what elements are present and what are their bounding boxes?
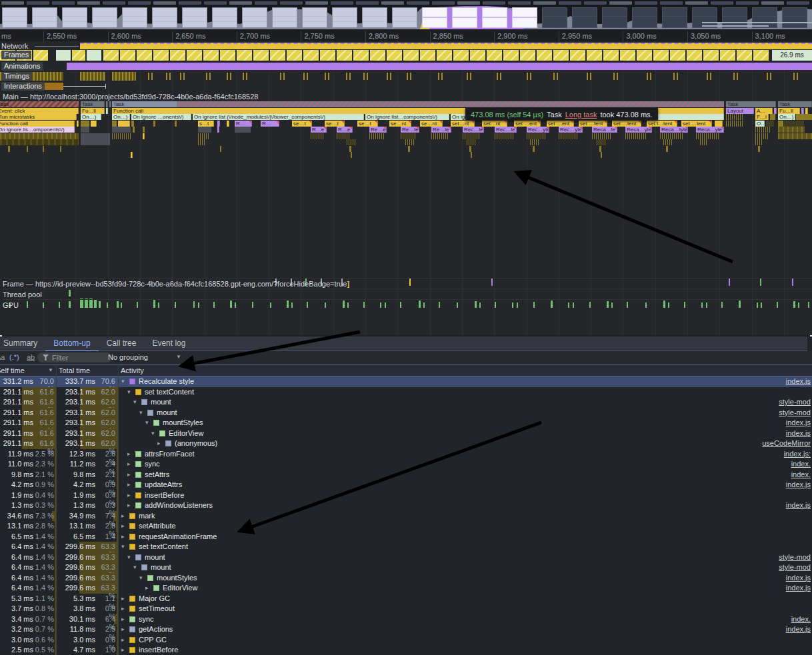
flame-block[interactable] (198, 139, 205, 145)
flame-block[interactable]: Task (0, 101, 79, 107)
frame-block[interactable] (503, 50, 519, 61)
flame-block[interactable] (198, 127, 211, 133)
expand-arrow-icon[interactable]: ▸ (127, 460, 131, 467)
flame-block[interactable]: On ignore lis…omponents\/) (0, 127, 75, 133)
collapse-arrow-icon[interactable]: ▾ (133, 564, 137, 570)
frame-track-label[interactable]: Frame — https://id-preview--bd53fd9d-728… (3, 278, 812, 288)
filmstrip-frame[interactable] (302, 7, 327, 28)
flame-block[interactable] (467, 139, 476, 145)
flame-block[interactable] (153, 121, 155, 127)
table-row[interactable]: 291.1 ms61.6 %293.1 ms62.0 %▾EditorViewi… (0, 428, 812, 439)
flame-block[interactable] (81, 127, 89, 133)
flame-block[interactable] (755, 127, 771, 133)
table-row[interactable]: 6.4 ms1.4 %299.6 ms63.3 %▾mountstyle-mod (0, 562, 812, 573)
flame-block[interactable]: Task (726, 101, 776, 107)
source-link[interactable]: useCodeMirror (762, 439, 811, 447)
flame-block[interactable] (592, 133, 612, 139)
flame-block[interactable] (81, 139, 110, 145)
main-thread-track-label[interactable]: Main — http://localhost:3000/projects/bd… (3, 93, 258, 101)
frame-block[interactable] (620, 50, 635, 61)
flame-block[interactable] (530, 139, 539, 145)
source-link[interactable]: index.js (786, 501, 811, 509)
table-row[interactable]: 6.4 ms1.4 %299.6 ms63.3 %▸EditorViewinde… (0, 583, 812, 594)
frame-block[interactable] (687, 50, 702, 61)
flame-block[interactable] (660, 133, 683, 139)
threadpool-track-label[interactable]: Thread pool (3, 289, 812, 299)
flame-block[interactable] (131, 121, 134, 127)
filmstrip-frame[interactable] (122, 7, 147, 28)
flame-block[interactable]: Task (112, 101, 724, 107)
frame-block[interactable] (637, 50, 652, 61)
table-row[interactable]: 1.3 ms0.3 %1.3 ms0.3 %▸addWindowListener… (0, 500, 812, 511)
collapse-arrow-icon[interactable]: ▾ (139, 409, 143, 416)
frame-block[interactable] (287, 50, 302, 61)
filmstrip-frame[interactable] (422, 7, 447, 28)
filter-input[interactable]: Filter (37, 352, 112, 362)
source-link[interactable]: style-mod (779, 563, 811, 571)
frame-block[interactable] (153, 50, 169, 61)
table-row[interactable]: 6.4 ms1.4 %299.6 ms63.3 %▾mountStylesind… (0, 573, 812, 584)
table-row[interactable]: 1.9 ms0.4 %1.9 ms0.4 %▸insertBefore (0, 490, 812, 501)
frame-block[interactable] (220, 50, 235, 61)
network-track-label[interactable]: Network (1, 42, 28, 50)
flame-block[interactable] (131, 152, 133, 158)
collapse-arrow-icon[interactable]: ▾ (139, 574, 143, 581)
flame-block[interactable] (143, 127, 145, 133)
flame-block[interactable] (8, 146, 10, 152)
flame-block[interactable] (469, 146, 471, 152)
flame-block[interactable]: F…l (755, 114, 769, 120)
frame-block[interactable] (603, 50, 619, 61)
flame-block[interactable] (715, 121, 723, 127)
col-activity[interactable]: Activity (121, 366, 144, 374)
frame-block[interactable] (570, 50, 585, 61)
flame-block[interactable]: Event: click (0, 108, 79, 114)
flame-block[interactable]: set…nt (451, 121, 475, 127)
frame-block[interactable] (353, 50, 369, 61)
flame-block[interactable]: se…nt (389, 121, 411, 127)
flame-block[interactable] (112, 133, 132, 139)
regex-button[interactable]: (.*) (9, 353, 19, 361)
bottom-up-table[interactable]: 331.2 ms70.0 %333.7 ms70.6 %▾Recalculate… (0, 376, 812, 655)
flame-block[interactable]: set …tent (681, 121, 712, 127)
flame-block[interactable]: set t…tent (647, 121, 677, 127)
network-track-bar[interactable] (80, 43, 812, 49)
frame-block[interactable] (203, 50, 219, 61)
source-link[interactable]: index.js (786, 429, 811, 437)
flame-block[interactable] (778, 127, 805, 133)
gpu-track-label[interactable]: GPU (3, 299, 812, 309)
source-link[interactable]: index.js (786, 584, 811, 592)
frame-block[interactable] (320, 50, 335, 61)
expand-arrow-icon[interactable]: ▸ (121, 646, 125, 653)
table-row[interactable]: 3.7 ms0.8 %3.8 ms0.8 %▸setTimeout (0, 604, 812, 614)
flame-block[interactable]: Rec…yle (559, 127, 583, 133)
flame-block[interactable]: se…nt (420, 121, 443, 127)
filmstrip-frame[interactable] (782, 7, 807, 28)
col-total-time[interactable]: Total time (59, 366, 90, 374)
table-row[interactable]: 11.0 ms2.3 %11.2 ms2.4 %▸syncindex. (0, 459, 812, 470)
flame-block[interactable] (533, 146, 535, 152)
flame-block[interactable] (220, 146, 221, 152)
frame-block[interactable] (237, 50, 252, 61)
frames-track-label[interactable]: Frames (1, 51, 31, 59)
flame-block[interactable] (235, 127, 251, 133)
flame-block[interactable] (463, 133, 480, 139)
filmstrip-frame[interactable] (182, 7, 207, 28)
flame-block[interactable] (726, 121, 743, 127)
flame-block[interactable]: Task (81, 101, 105, 107)
collapse-arrow-icon[interactable]: ▾ (145, 419, 149, 426)
flame-block[interactable] (143, 133, 145, 139)
frame-block[interactable] (670, 50, 685, 61)
filmstrip-frame[interactable] (392, 7, 417, 28)
frame-block[interactable] (470, 50, 485, 61)
frame-block[interactable] (87, 50, 101, 61)
filmstrip-frame[interactable] (92, 7, 117, 28)
frame-block[interactable] (33, 50, 48, 61)
flame-block[interactable]: R… (261, 121, 279, 127)
flame-block[interactable] (175, 121, 177, 127)
expand-arrow-icon[interactable]: ▸ (157, 440, 161, 446)
flame-block[interactable]: Fu…ll (81, 108, 105, 114)
flame-block[interactable] (805, 108, 808, 114)
timings-track-label[interactable]: Timings (1, 72, 32, 81)
source-link[interactable]: index. (791, 615, 811, 623)
frame-block[interactable] (170, 50, 185, 61)
